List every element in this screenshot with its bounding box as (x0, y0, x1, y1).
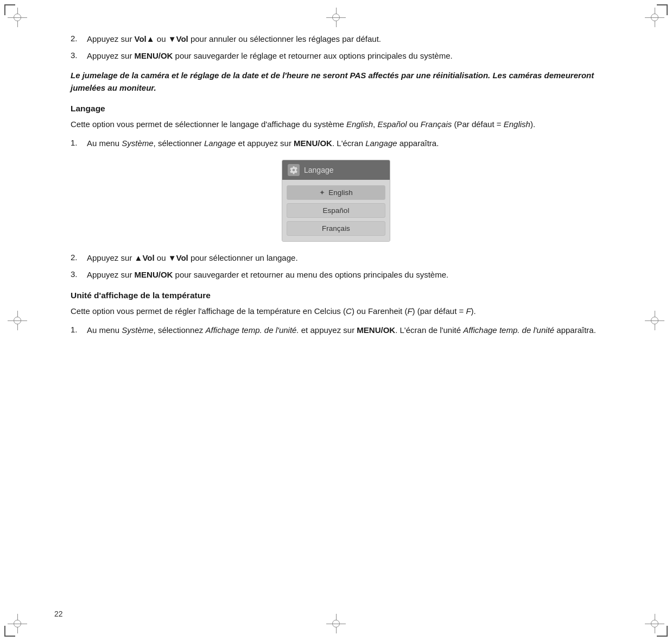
menu-item-francais[interactable]: Français (287, 221, 385, 236)
menu-item-label: English (328, 188, 352, 197)
crosshair-lc (8, 311, 27, 330)
crosshair-bc (326, 614, 346, 633)
menu-item-english[interactable]: ✦ English (287, 185, 385, 200)
page-number: 22 (54, 609, 63, 618)
selected-indicator: ✦ (319, 188, 325, 197)
page: 2. Appuyez sur Vol▲ ou ▼Vol pour annuler… (0, 0, 672, 641)
temperature-step1: 1. Au menu Système, sélectionnez Afficha… (71, 324, 601, 336)
main-content: 2. Appuyez sur Vol▲ ou ▼Vol pour annuler… (71, 33, 601, 337)
step-text: Appuyez sur ▲Vol ou ▼Vol pour sélectionn… (87, 252, 298, 264)
temperature-heading: Unité d'affichage de la température (71, 291, 601, 300)
step-text: Au menu Système, sélectionner Langage et… (87, 137, 439, 149)
step-number: 2. (71, 252, 87, 264)
step-number: 3. (71, 268, 87, 281)
langage-body: Cette option vous permet de sélectionner… (71, 118, 601, 130)
step-number: 1. (71, 137, 87, 149)
step-text: Appuyez sur MENU/OK pour sauvegarder le … (87, 49, 453, 62)
step-text: Au menu Système, sélectionnez Affichage … (87, 324, 596, 336)
warning-text: Le jumelage de la caméra et le réglage d… (71, 69, 601, 95)
menu-body: ✦ English Español Français (282, 180, 390, 241)
step-text: Appuyez sur MENU/OK pour sauvegarder et … (87, 268, 448, 281)
step-item: 3. Appuyez sur MENU/OK pour sauvegarder … (71, 49, 601, 62)
crosshair-tc (326, 8, 346, 27)
step-number: 2. (71, 33, 87, 45)
temperature-steps: 1. Au menu Système, sélectionnez Afficha… (71, 324, 601, 336)
crosshair-tr (645, 8, 664, 27)
step-number: 1. (71, 324, 87, 336)
crosshair-tl (8, 8, 27, 27)
step-number: 3. (71, 49, 87, 62)
section1-steps: 2. Appuyez sur Vol▲ ou ▼Vol pour annuler… (71, 33, 601, 62)
crosshair-br (645, 614, 664, 633)
langage-step1: 1. Au menu Système, sélectionner Langage… (71, 137, 601, 149)
step-text: Appuyez sur Vol▲ ou ▼Vol pour annuler ou… (87, 33, 381, 45)
menu-item-espanol[interactable]: Español (287, 203, 385, 218)
step-item: 2. Appuyez sur Vol▲ ou ▼Vol pour annuler… (71, 33, 601, 45)
langage-steps-2-3: 2. Appuyez sur ▲Vol ou ▼Vol pour sélecti… (71, 252, 601, 281)
crosshair-rc (645, 311, 664, 330)
langage-steps: 1. Au menu Système, sélectionner Langage… (71, 137, 601, 149)
langage-heading: Langage (71, 104, 601, 114)
crosshair-bl (8, 614, 27, 633)
menu-item-label: Español (323, 206, 350, 215)
menu-title: Langage (304, 166, 334, 174)
gear-icon (288, 164, 300, 176)
menu-header: Langage (282, 160, 390, 180)
langage-menu: Langage ✦ English Español Français (282, 160, 390, 242)
langage-step3: 3. Appuyez sur MENU/OK pour sauvegarder … (71, 268, 601, 281)
temperature-body: Cette option vous permet de régler l'aff… (71, 305, 601, 317)
langage-step2: 2. Appuyez sur ▲Vol ou ▼Vol pour sélecti… (71, 252, 601, 264)
menu-item-label: Français (322, 224, 350, 232)
